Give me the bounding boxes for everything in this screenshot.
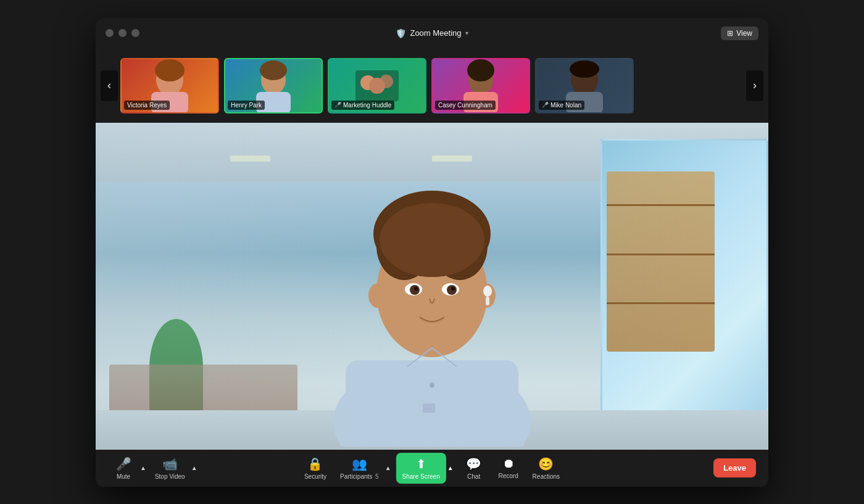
thumbnail-victoria[interactable]: Victoria Reyes [120,58,219,114]
view-icon: ⊞ [727,29,733,38]
view-label: View [736,29,752,38]
svg-rect-35 [423,403,435,413]
casey-name: Casey Cunningham [438,102,492,109]
mike-name: Mike Nolan [550,102,581,109]
zoom-window: 🛡️ Zoom Meeting ▾ ⊞ View ‹ Victoria Re [96,18,768,487]
mute-caret-button[interactable]: ▲ [139,465,147,471]
title-bar-center: 🛡️ Zoom Meeting ▾ [396,28,468,38]
participants-icon: 👥 [352,456,367,471]
svg-rect-33 [486,297,489,305]
main-video-area [96,123,768,450]
svg-point-28 [414,287,418,291]
leave-button[interactable]: Leave [713,458,756,477]
thumbnail-mike[interactable]: 🎤 Mike Nolan [535,58,634,114]
chat-button[interactable]: 💬 Chat [459,454,489,482]
svg-point-23 [380,203,484,277]
main-speaker-video [309,126,555,447]
svg-point-30 [368,283,387,308]
svg-point-14 [570,60,599,78]
share-screen-group: ⬆ Share Screen ▲ [396,453,455,484]
video-caret-button[interactable]: ▲ [190,465,199,471]
next-arrow-icon: › [753,79,757,92]
record-icon: ⏺ [502,456,515,471]
henry-name: Henry Park [231,102,262,109]
toolbar-left: 🎤 Mute ▲ 📹 Stop Video ▲ [108,454,199,482]
video-group: 📹 Stop Video ▲ [150,454,199,482]
toolbar-center: 🔒 Security 👥 Participants 5 ▲ ⬆ Share Sc… [299,453,565,484]
security-icon: 🔒 [307,456,323,471]
toolbar-right: Leave [713,458,756,477]
share-screen-button[interactable]: ⬆ Share Screen [396,453,446,484]
svg-point-32 [483,286,492,297]
reactions-button[interactable]: 😊 Reactions [528,454,565,482]
stop-video-label: Stop Video [155,473,185,480]
mute-button[interactable]: 🎤 Mute [108,454,139,482]
traffic-lights [106,29,139,37]
chat-icon: 💬 [466,456,481,471]
mute-label: Mute [117,473,130,480]
title-bar: 🛡️ Zoom Meeting ▾ ⊞ View [96,18,768,49]
mute-icon: 🎤 [116,456,131,471]
minimize-button[interactable] [118,29,127,37]
mike-label: 🎤 Mike Nolan [539,101,584,110]
chat-label: Chat [467,473,480,480]
victoria-name: Victoria Reyes [127,102,167,109]
strip-next-button[interactable]: › [746,70,763,101]
security-button[interactable]: 🔒 Security [299,454,331,482]
marketing-name: Marketing Huddle [343,102,391,109]
stop-video-icon: 📹 [162,456,178,471]
casey-label: Casey Cunningham [435,101,496,110]
stop-video-button[interactable]: 📹 Stop Video [150,454,190,482]
share-screen-caret-button[interactable]: ▲ [446,465,455,471]
thumbnail-casey[interactable]: Casey Cunningham [431,58,530,114]
share-screen-icon: ⬆ [416,456,426,471]
mute-group: 🎤 Mute ▲ [108,454,147,482]
svg-point-11 [467,59,494,81]
share-screen-label: Share Screen [402,473,440,480]
close-button[interactable] [106,29,114,37]
thumbnail-strip: ‹ Victoria Reyes [96,49,768,123]
meeting-title: Zoom Meeting [410,28,461,38]
mic-small-icon2: 🎤 [542,102,549,108]
thumbnail-marketing[interactable]: 🎤 Marketing Huddle [328,58,426,114]
shield-icon: 🛡️ [396,28,406,38]
svg-point-9 [369,78,385,94]
maximize-button[interactable] [131,29,139,37]
marketing-label: 🎤 Marketing Huddle [331,101,394,110]
participants-caret-button[interactable]: ▲ [384,465,393,471]
strip-prev-button[interactable]: ‹ [101,70,118,101]
thumbnail-henry[interactable]: Henry Park [224,58,323,114]
svg-point-29 [451,287,455,291]
participants-button[interactable]: 👥 Participants 5 [335,454,384,482]
henry-label: Henry Park [228,101,265,110]
prev-arrow-icon: ‹ [107,79,111,92]
toolbar: 🎤 Mute ▲ 📹 Stop Video ▲ 🔒 Security [96,450,768,487]
svg-point-34 [430,382,434,387]
svg-point-1 [155,59,185,81]
participants-label: Participants 5 [340,473,379,480]
chevron-down-icon: ▾ [465,30,468,36]
victoria-label: Victoria Reyes [124,101,170,110]
record-label: Record [498,473,518,479]
security-label: Security [304,473,326,480]
view-button[interactable]: ⊞ View [721,27,758,40]
participants-group: 👥 Participants 5 ▲ [335,454,393,482]
mic-small-icon: 🎤 [334,102,341,108]
participants-count: 5 [375,473,379,480]
svg-point-4 [260,60,287,80]
reactions-icon: 😊 [538,456,554,471]
record-button[interactable]: ⏺ Record [493,454,524,482]
reactions-label: Reactions [533,473,560,480]
